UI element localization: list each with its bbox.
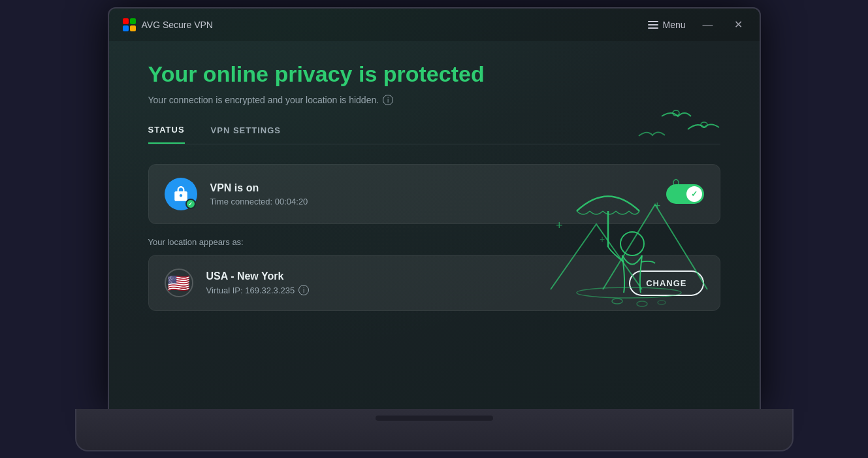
svg-point-0 xyxy=(577,287,681,298)
svg-point-1 xyxy=(620,232,644,255)
svg-text:+: + xyxy=(600,234,605,244)
tab-vpn-settings[interactable]: VPN SETTINGS xyxy=(211,125,281,144)
svg-point-7 xyxy=(612,299,622,304)
flag-icon: 🇺🇸 xyxy=(165,269,193,297)
illustration: + + + xyxy=(511,80,740,329)
app-title: AVG Secure VPN xyxy=(142,20,213,30)
titlebar-right: Menu — ✕ xyxy=(648,17,746,32)
minimize-button[interactable]: — xyxy=(699,18,717,32)
app-window: AVG Secure VPN Menu — ✕ Your online priv… xyxy=(108,7,761,412)
main-content: Your online privacy is protected Your co… xyxy=(109,41,760,338)
svg-text:+: + xyxy=(654,199,661,212)
virtual-ip-text: Virtual IP: 169.32.3.235 xyxy=(206,286,295,295)
svg-point-8 xyxy=(637,301,647,306)
close-button[interactable]: ✕ xyxy=(730,17,747,32)
svg-text:+: + xyxy=(556,219,563,232)
laptop-base xyxy=(75,409,794,451)
svg-point-9 xyxy=(658,301,666,304)
titlebar: AVG Secure VPN Menu — ✕ xyxy=(109,8,760,41)
hamburger-icon xyxy=(648,21,658,29)
subtitle-text: Your connection is encrypted and your lo… xyxy=(148,95,379,105)
vpn-icon-wrapper xyxy=(165,178,197,210)
ip-info-icon[interactable]: i xyxy=(298,285,309,295)
vpn-status-dot xyxy=(185,199,196,209)
tab-status[interactable]: STATUS xyxy=(148,125,185,144)
subtitle-info-icon[interactable]: i xyxy=(383,95,393,105)
menu-button[interactable]: Menu xyxy=(648,20,685,30)
titlebar-left: AVG Secure VPN xyxy=(122,18,213,32)
avg-logo xyxy=(122,18,137,32)
laptop-container: AVG Secure VPN Menu — ✕ Your online priv… xyxy=(75,7,794,451)
